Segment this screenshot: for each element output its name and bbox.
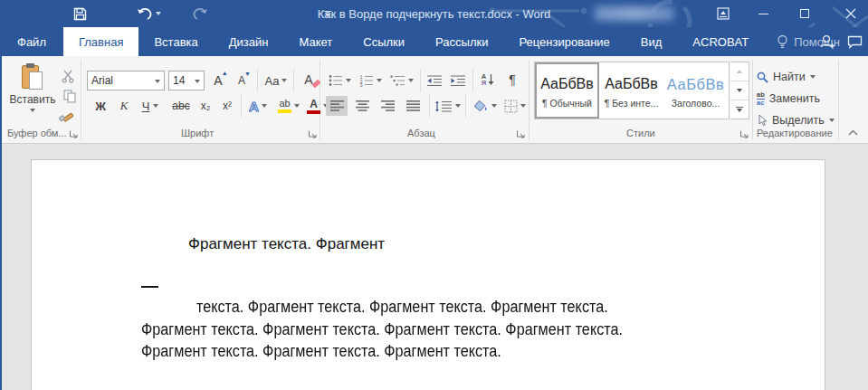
italic-button[interactable]: К [114, 96, 134, 116]
tab-mailings[interactable]: Рассылки [420, 27, 503, 56]
collapse-ribbon-button[interactable] [844, 125, 862, 139]
font-name-value: Arial [91, 74, 113, 87]
document-line[interactable]: текста. Фрагмент текста. Фрагмент текста… [196, 298, 608, 317]
title-bar: Как в Ворде подчеркнуть текст.docx - Wor… [0, 0, 868, 27]
replace-icon: abac [757, 91, 765, 106]
text-effects-icon: А [249, 99, 259, 114]
superscript-button[interactable]: x² [217, 96, 237, 116]
ribbon-display-options-button[interactable] [708, 0, 739, 27]
tab-references[interactable]: Ссылки [348, 27, 420, 56]
numbering-icon: 123 [359, 74, 374, 87]
paste-button[interactable]: Вставить [9, 60, 56, 128]
line-spacing-button[interactable] [433, 96, 462, 116]
paragraph-dialog-launcher[interactable] [516, 129, 526, 139]
strikethrough-button[interactable]: abc [168, 96, 194, 116]
replace-label: Заменить [769, 92, 820, 105]
tab-layout[interactable]: Макет [283, 27, 348, 56]
format-painter-button[interactable] [54, 107, 78, 125]
multilevel-list-button[interactable] [387, 71, 416, 90]
replace-button[interactable]: abac Заменить [757, 89, 847, 109]
undo-dropdown-arrow[interactable] [156, 12, 161, 15]
shading-button[interactable] [469, 96, 500, 116]
ribbon-display-options-icon [717, 7, 730, 20]
grow-font-icon: А▲ [214, 73, 222, 88]
font-name-combo[interactable]: Arial [87, 71, 165, 90]
borders-icon [504, 100, 518, 113]
show-paragraph-marks-button[interactable]: ¶ [503, 69, 521, 90]
highlight-color-button[interactable]: ab [273, 96, 304, 116]
numbering-button[interactable]: 123 [357, 71, 384, 90]
find-label: Найти [773, 71, 806, 83]
font-dialog-launcher[interactable] [308, 129, 318, 139]
search-icon [757, 71, 768, 83]
tab-view[interactable]: Вид [625, 27, 678, 56]
tab-file[interactable]: Файл [0, 27, 63, 56]
editing-group-label: Редактирование [757, 128, 833, 138]
justify-button[interactable] [402, 96, 424, 116]
align-left-icon [330, 100, 344, 111]
paste-dropdown-arrow[interactable] [30, 109, 35, 112]
styles-scroll-up-button[interactable] [730, 62, 749, 81]
bullets-icon [329, 74, 343, 87]
clipboard-dialog-launcher[interactable] [69, 129, 79, 139]
group-separator [752, 60, 753, 140]
styles-more-button[interactable] [730, 100, 749, 119]
style-normal[interactable]: АаБбВв ¶ Обычный [535, 62, 599, 119]
underlined-space-mark [141, 286, 158, 288]
tab-insert[interactable]: Вставка [138, 27, 213, 56]
clear-formatting-button[interactable]: А [297, 69, 320, 90]
style-heading1[interactable]: АаБбВв Заголово... [663, 62, 728, 119]
tab-review[interactable]: Рецензирование [503, 27, 625, 56]
dialog-launcher-icon [516, 129, 526, 139]
sort-button[interactable]: А Я [476, 69, 500, 90]
tab-design[interactable]: Дизайн [214, 27, 284, 56]
format-painter-icon [58, 109, 74, 123]
ribbon-tab-bar: Файл Главная Вставка Дизайн Макет Ссылки… [0, 27, 868, 56]
share-signin-button[interactable] [814, 27, 841, 56]
shrink-font-button[interactable]: А▼ [232, 71, 252, 90]
tab-home[interactable]: Главная [63, 27, 138, 56]
find-button[interactable]: Найти [757, 67, 847, 87]
document-paragraph-1[interactable]: Фрагмент текста. Фрагмент [188, 235, 385, 253]
font-name-dropdown-arrow[interactable] [155, 80, 160, 83]
close-button[interactable] [833, 0, 868, 27]
scroll-down-icon [737, 89, 742, 92]
document-page[interactable]: Фрагмент текста. Фрагмент текста. Фрагме… [31, 159, 825, 390]
styles-dialog-launcher[interactable] [739, 129, 749, 139]
increase-indent-button[interactable] [447, 71, 469, 90]
change-case-button[interactable]: Aa [262, 71, 290, 90]
text-effects-button[interactable]: А [244, 96, 272, 116]
tab-acrobat[interactable]: ACROBAT [677, 27, 764, 56]
redo-button[interactable] [188, 4, 210, 24]
save-button[interactable] [69, 4, 91, 24]
select-dropdown-arrow[interactable] [829, 119, 835, 122]
comments-button[interactable] [841, 27, 868, 56]
underline-button[interactable]: Ч [136, 96, 165, 116]
document-line[interactable]: Фрагмент текста. Фрагмент текста. Фрагме… [141, 342, 501, 361]
style-no-spacing[interactable]: АаБбВв ¶ Без инте... [599, 62, 663, 119]
minimize-button[interactable] [748, 0, 778, 27]
change-case-icon: Aa [265, 74, 280, 88]
justify-icon [406, 100, 420, 111]
blurred-account-badge [595, 6, 674, 21]
align-left-button[interactable] [326, 96, 348, 116]
bold-button[interactable]: Ж [91, 96, 110, 116]
font-size-combo[interactable]: 14 [168, 71, 205, 90]
copy-button[interactable] [60, 87, 80, 105]
find-dropdown-arrow[interactable] [810, 75, 816, 79]
bullets-button[interactable] [326, 71, 353, 90]
align-right-button[interactable] [377, 96, 398, 116]
align-center-icon [356, 100, 369, 111]
cut-button[interactable] [58, 67, 78, 85]
font-size-dropdown-arrow[interactable] [195, 80, 200, 83]
subscript-button[interactable]: x₂ [196, 96, 215, 116]
maximize-button[interactable] [789, 0, 820, 27]
decrease-indent-button[interactable] [424, 71, 445, 90]
undo-button[interactable] [134, 4, 165, 24]
borders-button[interactable] [501, 96, 529, 116]
underline-dropdown-arrow[interactable] [153, 104, 158, 108]
styles-scroll-down-button[interactable] [730, 81, 749, 100]
grow-font-button[interactable]: А▲ [208, 71, 228, 90]
document-line[interactable]: Фрагмент текста. Фрагмент текста. Фрагме… [141, 320, 623, 339]
align-center-button[interactable] [351, 96, 373, 116]
